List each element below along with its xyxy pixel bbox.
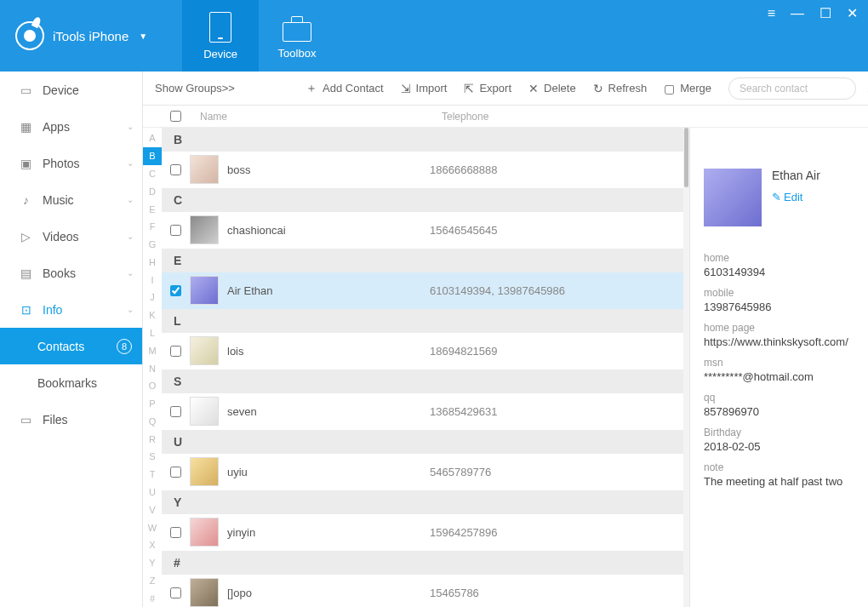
sidebar-item-photos[interactable]: ▣Photos⌄ xyxy=(0,145,142,181)
row-checkbox[interactable] xyxy=(170,527,181,538)
az-M[interactable]: M xyxy=(143,341,162,359)
contact-telephone: 13685429631 xyxy=(430,405,498,418)
az-#[interactable]: # xyxy=(143,589,162,607)
export-button[interactable]: ⇱Export xyxy=(464,82,511,95)
az-S[interactable]: S xyxy=(143,448,162,466)
sidebar-item-label: Contacts xyxy=(37,340,84,353)
window-controls: ≡ — ☐ ✕ xyxy=(768,7,858,20)
detail-name: Ethan Air xyxy=(772,169,820,182)
close-button[interactable]: ✕ xyxy=(847,7,858,20)
az-D[interactable]: D xyxy=(143,182,162,200)
sidebar-item-books[interactable]: ▤Books⌄ xyxy=(0,255,142,291)
detail-field: qq857896970 xyxy=(704,392,858,418)
row-checkbox[interactable] xyxy=(170,346,181,357)
header-tabs: Device Toolbox xyxy=(182,0,335,72)
detail-field: mobile13987645986 xyxy=(704,287,858,313)
contact-name: lois xyxy=(227,345,421,358)
contact-row[interactable]: lois18694821569 xyxy=(162,333,683,369)
app-title-dropdown[interactable]: iTools iPhone ▼ xyxy=(0,0,182,72)
field-value: 6103149394 xyxy=(704,266,858,278)
contact-row[interactable]: []opo15465786 xyxy=(162,575,683,607)
chevron-down-icon: ⌄ xyxy=(127,195,134,204)
contact-row[interactable]: Air Ethan6103149394, 13987645986 xyxy=(162,272,683,309)
section-S: S xyxy=(162,369,683,393)
az-T[interactable]: T xyxy=(143,466,162,484)
az-U[interactable]: U xyxy=(143,484,162,501)
row-checkbox[interactable] xyxy=(170,285,181,296)
contact-telephone: 15964257896 xyxy=(430,526,498,539)
contact-name: yinyin xyxy=(227,526,421,539)
az-I[interactable]: I xyxy=(143,271,162,289)
section-L: L xyxy=(162,309,683,333)
az-H[interactable]: H xyxy=(143,253,162,271)
search-input[interactable] xyxy=(740,83,867,94)
az-B[interactable]: B xyxy=(143,147,162,165)
sidebar-item-files[interactable]: ▭Files xyxy=(0,401,142,438)
az-Y[interactable]: Y xyxy=(143,554,162,572)
row-checkbox[interactable] xyxy=(170,467,181,478)
delete-label: Delete xyxy=(544,82,576,94)
tab-toolbox[interactable]: Toolbox xyxy=(259,0,335,72)
row-checkbox[interactable] xyxy=(170,406,181,417)
row-checkbox[interactable] xyxy=(170,587,181,598)
row-checkbox[interactable] xyxy=(170,225,181,236)
field-value: The meeting at half past two xyxy=(704,475,858,488)
maximize-button[interactable]: ☐ xyxy=(819,7,831,20)
avatar xyxy=(190,397,219,426)
contacts-list: Bboss18666668888Cchashioncai15646545645E… xyxy=(162,128,683,607)
sidebar-item-videos[interactable]: ▷Videos⌄ xyxy=(0,218,142,255)
field-label: msn xyxy=(704,357,858,369)
field-label: note xyxy=(704,461,858,473)
az-K[interactable]: K xyxy=(143,306,162,324)
az-J[interactable]: J xyxy=(143,289,162,306)
tab-device[interactable]: Device xyxy=(182,0,259,72)
tab-device-label: Device xyxy=(203,48,237,60)
sidebar-item-info[interactable]: ⊡Info⌄ xyxy=(0,291,142,328)
az-W[interactable]: W xyxy=(143,518,162,536)
add-contact-button[interactable]: ＋Add Contact xyxy=(306,81,384,96)
field-label: mobile xyxy=(704,287,858,299)
sidebar-item-contacts[interactable]: Contacts8 xyxy=(0,328,142,364)
sidebar-item-music[interactable]: ♪Music⌄ xyxy=(0,181,142,218)
merge-button[interactable]: ▢Merge xyxy=(664,82,711,95)
scrollbar[interactable] xyxy=(683,128,689,607)
refresh-button[interactable]: ↻Refresh xyxy=(593,82,648,95)
section-B: B xyxy=(162,128,683,152)
column-headers: Name Telephone xyxy=(143,106,868,128)
contact-row[interactable]: uyiu5465789776 xyxy=(162,454,683,490)
contact-row[interactable]: chashioncai15646545645 xyxy=(162,212,683,249)
delete-button[interactable]: ✕Delete xyxy=(528,82,576,95)
az-R[interactable]: R xyxy=(143,430,162,448)
minimize-button[interactable]: — xyxy=(791,7,804,20)
az-P[interactable]: P xyxy=(143,395,162,413)
az-C[interactable]: C xyxy=(143,165,162,183)
edit-button[interactable]: ✎Edit xyxy=(772,191,802,203)
sidebar: ▭Device▦Apps⌄▣Photos⌄♪Music⌄▷Videos⌄▤Boo… xyxy=(0,72,143,607)
az-E[interactable]: E xyxy=(143,200,162,218)
contact-row[interactable]: seven13685429631 xyxy=(162,393,683,430)
sidebar-item-device[interactable]: ▭Device xyxy=(0,72,142,108)
az-F[interactable]: F xyxy=(143,218,162,236)
search-box[interactable]: ⌕ xyxy=(728,77,856,100)
az-N[interactable]: N xyxy=(143,359,162,377)
select-all-checkbox[interactable] xyxy=(170,111,181,122)
az-L[interactable]: L xyxy=(143,324,162,342)
az-A[interactable]: A xyxy=(143,129,162,147)
contact-name: boss xyxy=(227,163,421,176)
az-G[interactable]: G xyxy=(143,236,162,254)
az-V[interactable]: V xyxy=(143,501,162,518)
sidebar-item-label: Bookmarks xyxy=(37,376,97,390)
az-Z[interactable]: Z xyxy=(143,572,162,590)
menu-icon[interactable]: ≡ xyxy=(768,7,775,20)
az-O[interactable]: O xyxy=(143,377,162,395)
show-groups-button[interactable]: Show Groups>> xyxy=(155,82,235,94)
row-checkbox[interactable] xyxy=(170,164,181,175)
contact-row[interactable]: yinyin15964257896 xyxy=(162,514,683,551)
contact-row[interactable]: boss18666668888 xyxy=(162,152,683,188)
az-Q[interactable]: Q xyxy=(143,413,162,431)
merge-label: Merge xyxy=(680,82,711,94)
import-button[interactable]: ⇲Import xyxy=(401,82,448,95)
sidebar-item-bookmarks[interactable]: Bookmarks xyxy=(0,364,142,401)
sidebar-item-apps[interactable]: ▦Apps⌄ xyxy=(0,108,142,145)
az-X[interactable]: X xyxy=(143,536,162,554)
